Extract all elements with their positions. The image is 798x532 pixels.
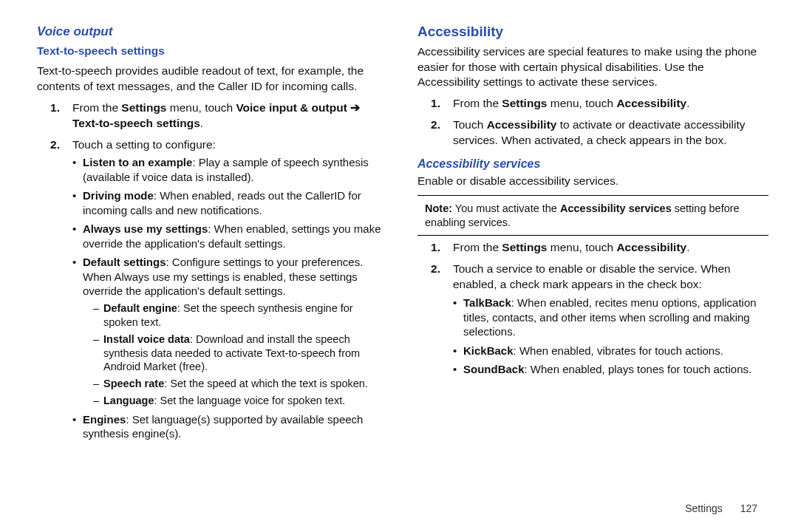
opt-driving-mode: Driving mode: When enabled, reads out th…: [72, 188, 388, 217]
accessibility-steps: From the Settings menu, touch Accessibil…: [431, 96, 768, 149]
right-column: Accessibility Accessibility services are…: [417, 22, 768, 488]
svc-kickback: KickBack: When enabled, vibrates for tou…: [453, 344, 768, 358]
access-step-1: From the Settings menu, touch Accessibil…: [431, 96, 768, 112]
sub-speech-rate: Speech rate: Set the speed at which the …: [93, 377, 388, 391]
heading-accessibility: Accessibility: [417, 22, 768, 41]
heading-accessibility-services: Accessibility services: [417, 156, 768, 172]
svc-soundback: SoundBack: When enabled, plays tones for…: [453, 362, 768, 377]
access-step-2: Touch Accessibility to activate or deact…: [431, 117, 768, 149]
services-steps: From the Settings menu, touch Accessibil…: [431, 240, 768, 376]
footer-page-number: 127: [740, 502, 757, 514]
tts-steps: From the Settings menu, touch Voice inpu…: [50, 100, 388, 441]
opt-default-settings: Default settings: Configure settings to …: [72, 255, 388, 407]
sub-language: Language: Set the language voice for spo…: [93, 394, 388, 408]
sub-install-voice-data: Install voice data: Download and install…: [93, 332, 388, 375]
tts-intro: Text-to-speech provides audible readout …: [37, 64, 388, 95]
default-settings-sublist: Default engine: Set the speech synthesis…: [93, 301, 388, 408]
opt-always-use: Always use my settings: When enabled, se…: [72, 222, 388, 250]
divider-top: [417, 195, 768, 196]
heading-voice-output: Voice output: [37, 24, 388, 41]
footer-section: Settings: [685, 502, 723, 514]
services-list: TalkBack: When enabled, recites menu opt…: [453, 296, 768, 377]
opt-engines: Engines: Set language(s) supported by av…: [72, 412, 388, 441]
tts-step-1: From the Settings menu, touch Voice inpu…: [50, 100, 388, 132]
services-intro: Enable or disable accessibility services…: [417, 174, 768, 189]
tts-options: Listen to an example: Play a sample of s…: [72, 155, 388, 440]
sub-default-engine: Default engine: Set the speech synthesis…: [93, 301, 388, 330]
heading-tts-settings: Text-to-speech settings: [37, 44, 388, 59]
svc-talkback: TalkBack: When enabled, recites menu opt…: [453, 296, 768, 339]
manual-page: Voice output Text-to-speech settings Tex…: [0, 0, 798, 502]
opt-listen-example: Listen to an example: Play a sample of s…: [72, 155, 388, 184]
accessibility-intro: Accessibility services are special featu…: [417, 44, 768, 91]
note-box: Note: You must activate the Accessibilit…: [417, 200, 768, 231]
services-step-2: Touch a service to enable or disable the…: [431, 262, 768, 376]
left-column: Voice output Text-to-speech settings Tex…: [37, 22, 388, 488]
tts-step-2: Touch a setting to configure: Listen to …: [50, 137, 388, 441]
services-step-1: From the Settings menu, touch Accessibil…: [431, 240, 768, 256]
divider-bottom: [417, 235, 768, 236]
page-footer: Settings 127: [685, 502, 757, 514]
